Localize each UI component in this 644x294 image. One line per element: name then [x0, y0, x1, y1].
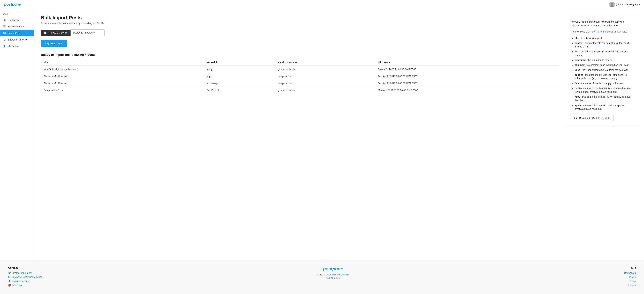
download-icon: ⬇	[574, 117, 578, 120]
sidebar-item-profile[interactable]: My Profile	[0, 43, 34, 49]
footer-site-link[interactable]: Terms	[629, 280, 636, 283]
footer-contact-link[interactable]: 👤/u/postponedev	[8, 280, 42, 283]
cell-post_at: Tue Apr 21 2020 08:00:00 GMT-0500	[375, 80, 559, 87]
sidebar-item-label: Dashboard	[8, 19, 20, 21]
choose-file-button[interactable]: Choose a CSV file	[41, 30, 70, 36]
sidebar-item-label: Import Posts	[8, 32, 21, 34]
analysis-icon	[3, 38, 6, 41]
cell-username: postponedev	[275, 73, 375, 80]
sidebar-item-schedule[interactable]: Schedule a Post	[0, 23, 34, 30]
csv-template-link[interactable]: CSV File Template	[590, 30, 610, 33]
sidebar-item-label: Schedule a Post	[8, 25, 25, 28]
cell-post_at: Tue Apr 21 2020 08:00:00 GMT-0500	[375, 73, 559, 80]
cell-subreddit: technology	[204, 80, 275, 87]
footer-site-link[interactable]: Privacy	[628, 284, 636, 287]
footer-contact: Contact 🐦@gmcconnaughey✉PostponeReddit@g…	[8, 266, 42, 288]
footer-contact-heading: Contact	[8, 266, 42, 269]
download-btn-label: Download CSV File Template	[579, 117, 610, 120]
footer-copyright: © 2020 Grant McConnaughey	[317, 273, 349, 276]
csv-field-item: nsfw - true or 1 if this post is NSFW, o…	[575, 95, 632, 102]
sidebar-menu-label: MENU	[0, 13, 34, 17]
cell-title: The New MacBook Air	[41, 80, 204, 87]
col-username: Reddit username	[275, 59, 375, 66]
csv-field-item: post_at - the date and time (in your tim…	[575, 73, 632, 80]
footer-center: postpone © 2020 Grant McConnaughey v2020…	[317, 266, 349, 279]
schedule-icon	[3, 25, 6, 28]
csv-field-item: link - the link of your post (if include…	[575, 50, 632, 57]
footer: Contact 🐦@gmcconnaughey✉PostponeReddit@g…	[0, 260, 644, 294]
tip-prefix: Tip: download the	[570, 30, 590, 33]
file-icon	[44, 31, 47, 34]
footer-copyright-link[interactable]: Grant McConnaughey	[326, 273, 349, 276]
csv-field-item: comment - a comment to be included on yo…	[575, 63, 632, 67]
csv-field-item: user - the Reddit username to submit the…	[575, 68, 632, 72]
csv-tip: Tip: download the CSV File Template for …	[570, 30, 632, 33]
dashboard-icon	[3, 18, 6, 22]
profile-icon	[3, 45, 6, 48]
download-csv-button[interactable]: ⬇ Download CSV File Template	[570, 115, 614, 121]
col-subreddit: Subreddit	[204, 59, 275, 66]
footer-contact-link[interactable]: 🐦@gmcconnaughey	[8, 272, 42, 274]
table-row: The New MacBook AirapplepostponedevTue A…	[41, 73, 559, 80]
csv-help-panel: The CSV file should contain rows with th…	[566, 15, 637, 126]
sidebar-item-dashboard[interactable]: Dashboard	[0, 17, 34, 23]
col-post-at: Will post at	[375, 59, 559, 66]
footer-site-heading: Site	[624, 266, 636, 269]
footer-site-link[interactable]: Profile	[629, 276, 636, 278]
choose-file-label: Choose a CSV file	[48, 31, 68, 34]
footer-version: v2020.3.0-beta	[317, 277, 349, 279]
csv-field-item: spoiler - true or 1 if this post contain…	[575, 104, 632, 111]
posts-table: Title Subreddit Reddit username Will pos…	[41, 59, 559, 94]
username-label: grantmcconnaughey	[616, 3, 638, 6]
import-icon	[3, 31, 6, 35]
table-row: Postpone for RedditSideProjectg-money-ch…	[41, 87, 559, 94]
footer-site-link[interactable]: Dashboard	[624, 272, 636, 274]
email-icon: ✉	[8, 276, 10, 278]
csv-field-item: replies - true or 1 if replies to this p…	[575, 87, 632, 94]
table-row: What's the deal with airline food?funnyg…	[41, 66, 559, 73]
file-upload-row: Choose a CSV file postpone-import.csv	[41, 29, 559, 36]
reddit-user-icon: 👤	[8, 280, 11, 283]
sidebar-item-import[interactable]: Import Posts	[0, 30, 34, 36]
csv-fields-list: title - the title of your postcontent - …	[570, 36, 632, 111]
main-content: Bulk Import Posts Schedule multiple post…	[34, 9, 566, 260]
sidebar-item-label: My Profile	[8, 45, 18, 47]
footer-site: Site DashboardProfileTermsPrivacy	[624, 266, 636, 287]
cell-subreddit: SideProject	[204, 87, 275, 94]
app-body: MENU Dashboard Schedule a Post Import Po…	[0, 9, 644, 260]
twitter-icon: 🐦	[8, 272, 11, 274]
footer-contact-link[interactable]: 🔴/r/postpone	[8, 284, 42, 287]
user-menu[interactable]: grantmcconnaughey ▾	[609, 2, 640, 7]
cell-title: What's the deal with airline food?	[41, 66, 204, 73]
cell-post_at: Fri Apr 24 2020 11:00:00 GMT-0500	[375, 66, 559, 73]
chevron-down-icon: ▾	[639, 3, 640, 5]
footer-logo: postpone	[317, 266, 349, 272]
ready-label: Ready to import the following 4 posts:	[41, 53, 559, 57]
footer-contact-link[interactable]: ✉PostponeReddit@gmail.com	[8, 276, 42, 278]
cell-title: The New MacBook Air	[41, 73, 204, 80]
cell-username: postponedev	[275, 80, 375, 87]
csv-field-item: content - the content of your post (if i…	[575, 41, 632, 48]
footer-site-links: DashboardProfileTermsPrivacy	[624, 272, 636, 287]
avatar	[609, 2, 615, 7]
header-logo[interactable]: postpone	[4, 2, 21, 7]
cell-username: g-money-cheats	[275, 87, 375, 94]
sidebar-item-label: Subreddit Analysis	[8, 38, 28, 41]
tip-suffix: for an example.	[610, 30, 627, 33]
page-title: Bulk Import Posts	[41, 15, 559, 20]
import-button[interactable]: Import 4 Posts	[41, 40, 67, 47]
csv-field-item: subreddit - the subreddit to post to	[575, 58, 632, 62]
table-header-row: Title Subreddit Reddit username Will pos…	[41, 59, 559, 66]
csv-description: The CSV file should contain rows with th…	[570, 20, 632, 27]
csv-field-item: title - the title of your post	[575, 36, 632, 40]
cell-title: Postpone for Reddit	[41, 87, 204, 94]
file-name-display: postpone-import.csv	[70, 29, 104, 36]
header: postpone grantmcconnaughey ▾	[0, 0, 644, 9]
cell-username: g-money-cheats	[275, 66, 375, 73]
csv-field-item: flair - the name of the flair to apply t…	[575, 82, 632, 85]
table-row: The New MacBook Airtechnologypostponedev…	[41, 80, 559, 87]
cell-post_at: Mon Apr 20 2020 08:00:00 GMT-0500	[375, 87, 559, 94]
cell-subreddit: apple	[204, 73, 275, 80]
sidebar-item-analysis[interactable]: Subreddit Analysis	[0, 36, 34, 43]
sidebar: MENU Dashboard Schedule a Post Import Po…	[0, 9, 34, 260]
